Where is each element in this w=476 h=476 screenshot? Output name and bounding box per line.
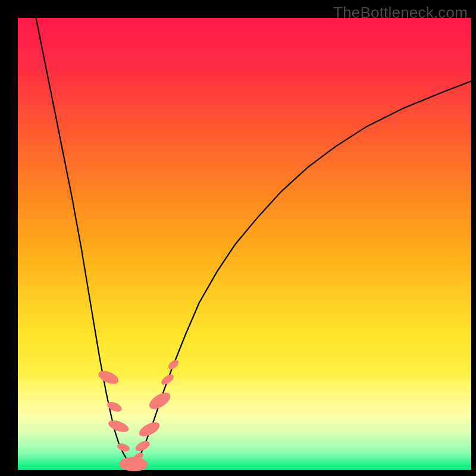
- chart-frame: TheBottleneck.com: [0, 0, 476, 476]
- plot-background: [18, 18, 471, 470]
